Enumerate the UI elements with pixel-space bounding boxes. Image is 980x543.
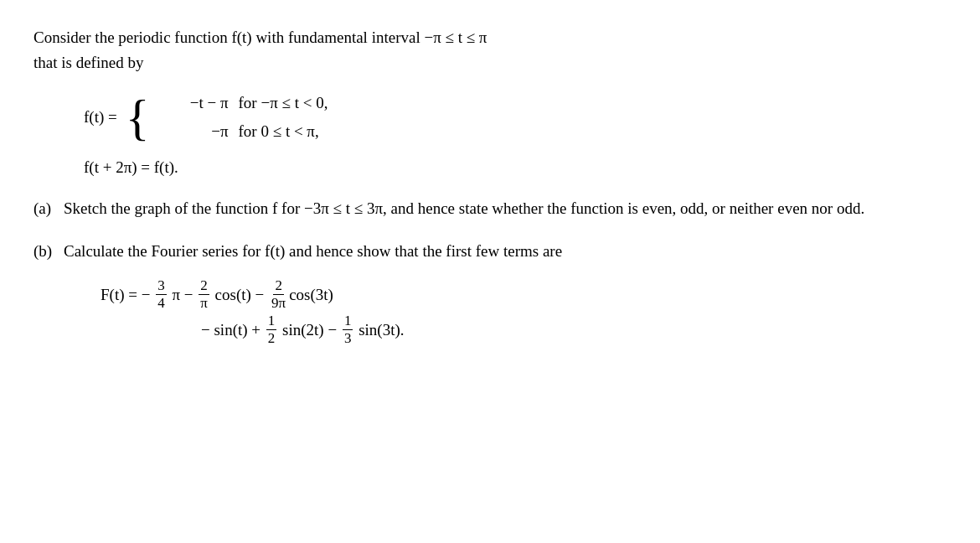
case2-expr: −π bbox=[162, 120, 229, 144]
frac-1-3-den: 3 bbox=[343, 330, 353, 347]
intro-line1: Consider the periodic function f(t) with… bbox=[34, 28, 487, 46]
case1-expr: −t − π bbox=[162, 91, 229, 116]
minus-sin-t: − sin(t) + bbox=[201, 314, 265, 346]
part-b-label: (b) bbox=[34, 239, 57, 264]
fourier-series-block: F(t) = − 3 4 π − 2 π cos(t) − 2 9π cos(3… bbox=[101, 277, 946, 348]
frac-2-9pi: 2 9π bbox=[270, 277, 287, 313]
periodic-equation: f(t + 2π) = f(t). bbox=[84, 156, 946, 180]
sin-3t-term: sin(3t). bbox=[354, 314, 404, 346]
pi-term: π − bbox=[168, 279, 198, 311]
fourier-lhs: F(t) = − bbox=[101, 279, 154, 311]
frac-2-9pi-den: 9π bbox=[270, 295, 287, 312]
piecewise-case-2: −π for 0 ≤ t < π, bbox=[162, 120, 328, 144]
cos-3t-term: cos(3t) bbox=[289, 279, 333, 311]
frac-3-4: 3 4 bbox=[156, 277, 167, 313]
piecewise-case-1: −t − π for −π ≤ t < 0, bbox=[162, 91, 328, 116]
part-a-body: Sketch the graph of the function f for −… bbox=[64, 196, 864, 221]
sin-2t-term: sin(2t) − bbox=[278, 314, 341, 346]
frac-2-pi: 2 π bbox=[199, 277, 209, 313]
left-brace: { bbox=[126, 92, 150, 142]
brace-container: { bbox=[126, 92, 155, 142]
frac-2-pi-den: π bbox=[199, 295, 209, 312]
piecewise-label: f(t) = bbox=[84, 106, 117, 130]
frac-2-pi-num: 2 bbox=[199, 277, 209, 295]
part-a: (a) Sketch the graph of the function f f… bbox=[34, 196, 946, 221]
piecewise-cases: −t − π for −π ≤ t < 0, −π for 0 ≤ t < π, bbox=[162, 91, 328, 144]
frac-1-3-num: 1 bbox=[343, 313, 353, 330]
part-b: (b) Calculate the Fourier series for f(t… bbox=[34, 239, 946, 348]
cos-t-term: cos(t) − bbox=[211, 279, 268, 311]
frac-1-2-num: 1 bbox=[266, 313, 277, 330]
fourier-line-2: − sin(t) + 1 2 sin(2t) − 1 3 sin(3t). bbox=[101, 313, 946, 348]
frac-3-4-num: 3 bbox=[156, 277, 167, 295]
frac-1-3: 1 3 bbox=[343, 313, 353, 348]
intro-paragraph: Consider the periodic function f(t) with… bbox=[34, 25, 946, 76]
frac-2-9pi-num: 2 bbox=[273, 277, 284, 295]
frac-1-2-den: 2 bbox=[266, 330, 277, 347]
part-a-label: (a) bbox=[34, 196, 57, 221]
case1-cond: for −π ≤ t < 0, bbox=[239, 91, 328, 116]
part-a-text: (a) Sketch the graph of the function f f… bbox=[34, 196, 946, 221]
case2-cond: for 0 ≤ t < π, bbox=[239, 120, 319, 144]
frac-3-4-den: 4 bbox=[156, 295, 167, 312]
frac-1-2: 1 2 bbox=[266, 313, 277, 348]
piecewise-definition: f(t) = { −t − π for −π ≤ t < 0, −π for 0… bbox=[84, 91, 946, 144]
intro-line2: that is defined by bbox=[34, 54, 143, 71]
part-b-text: (b) Calculate the Fourier series for f(t… bbox=[34, 239, 946, 264]
fourier-line-1: F(t) = − 3 4 π − 2 π cos(t) − 2 9π cos(3… bbox=[101, 277, 946, 313]
main-content: Consider the periodic function f(t) with… bbox=[34, 25, 946, 348]
part-b-body: Calculate the Fourier series for f(t) an… bbox=[64, 239, 562, 264]
